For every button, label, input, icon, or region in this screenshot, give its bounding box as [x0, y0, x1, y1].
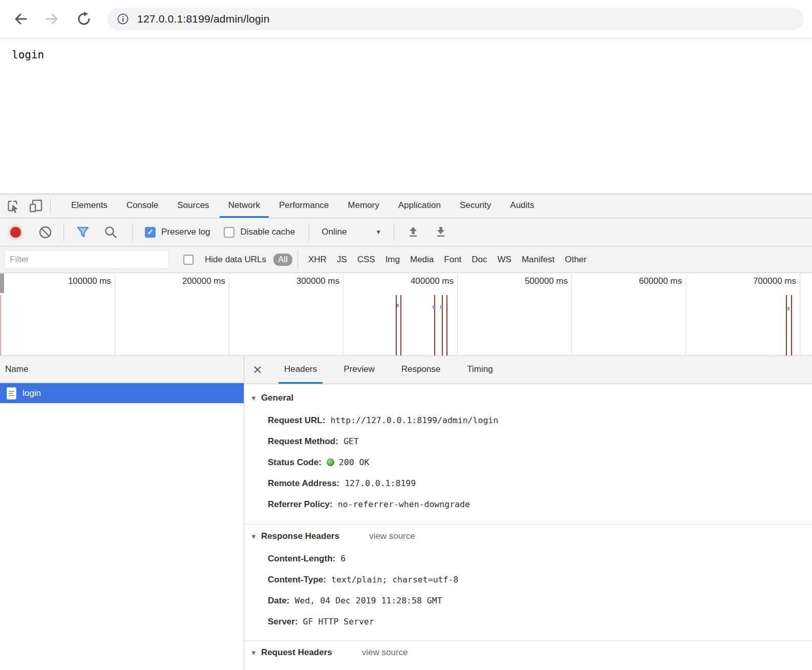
- triangle-down-icon: ▼: [250, 394, 257, 402]
- request-name: login: [23, 388, 41, 399]
- filter-type-xhr[interactable]: XHR: [308, 255, 327, 265]
- timeline-request-tick: [787, 307, 789, 310]
- url-bar[interactable]: 127.0.0.1:8199/admin/login: [108, 8, 804, 30]
- record-icon[interactable]: [10, 227, 21, 238]
- filter-type-media[interactable]: Media: [410, 255, 434, 265]
- page-body-text: login: [12, 49, 44, 61]
- divider: [297, 251, 298, 268]
- disable-cache-checkbox[interactable]: [224, 227, 234, 238]
- timeline-request-tick: [433, 305, 435, 309]
- detail-tabbar: ✕ Headers Preview Response Timing: [244, 356, 812, 384]
- request-details-panel: ✕ Headers Preview Response Timing ▼ Gene…: [244, 356, 812, 670]
- filter-type-all[interactable]: All: [273, 254, 292, 266]
- header-row-remote-address: Remote Address: 127.0.0.1:8199: [244, 473, 812, 494]
- header-row-referrer-policy: Referrer Policy: no-referrer-when-downgr…: [244, 494, 812, 515]
- header-row-request-method: Request Method: GET: [244, 431, 812, 452]
- network-overview[interactable]: 100000 ms 200000 ms 300000 ms 400000 ms …: [0, 273, 812, 356]
- export-har-icon[interactable]: [434, 225, 447, 239]
- tab-memory[interactable]: Memory: [339, 194, 388, 218]
- filter-type-img[interactable]: Img: [386, 255, 400, 265]
- detail-tab-preview[interactable]: Preview: [338, 356, 380, 384]
- browser-toolbar: 127.0.0.1:8199/admin/login: [0, 0, 812, 38]
- filter-type-doc[interactable]: Doc: [472, 255, 487, 265]
- requests-panel: Name login: [0, 356, 244, 670]
- timeline-event-line: [442, 295, 443, 355]
- request-headers-section-header[interactable]: ▼ Request Headers view source: [244, 647, 812, 658]
- chevron-down-icon: ▼: [375, 228, 381, 236]
- timeline-tick: 300000 ms: [229, 273, 344, 355]
- import-har-icon[interactable]: [407, 225, 420, 239]
- forward-icon[interactable]: [44, 11, 60, 27]
- section-divider: [244, 524, 812, 525]
- throttling-dropdown[interactable]: Online ▼: [322, 227, 381, 237]
- page-info-icon[interactable]: [117, 13, 129, 25]
- filter-type-js[interactable]: JS: [337, 255, 347, 265]
- timeline-tick: 600000 ms: [572, 273, 686, 355]
- header-row-content-type: Content-Type: text/plain; charset=utf-8: [244, 569, 812, 590]
- preserve-log-label: Preserve log: [161, 227, 210, 237]
- timeline-request-tick: [397, 304, 399, 307]
- preserve-log-checkbox[interactable]: ✓: [145, 227, 156, 238]
- timeline-tick: 700000 ms: [686, 273, 800, 355]
- tab-elements[interactable]: Elements: [62, 194, 116, 218]
- triangle-down-icon: ▼: [250, 533, 257, 540]
- document-icon: [7, 387, 16, 400]
- timeline-event-line: [446, 295, 447, 355]
- divider: [132, 223, 133, 241]
- header-row-content-length: Content-Length: 6: [244, 548, 812, 569]
- filter-type-font[interactable]: Font: [444, 255, 461, 265]
- timeline-event-line: [434, 295, 435, 355]
- general-section-header[interactable]: ▼ General: [244, 392, 812, 404]
- request-headers-view-source-link[interactable]: view source: [362, 647, 408, 658]
- reload-icon[interactable]: [76, 11, 92, 27]
- response-headers-view-source-link[interactable]: view source: [369, 531, 415, 541]
- filter-type-ws[interactable]: WS: [498, 255, 511, 265]
- tab-security[interactable]: Security: [451, 194, 500, 218]
- search-icon[interactable]: [104, 225, 118, 239]
- network-toolbar: ✓ Preserve log Disable cache Online ▼: [0, 218, 812, 246]
- response-headers-section-header[interactable]: ▼ Response Headers view source: [244, 531, 812, 542]
- filter-input[interactable]: [4, 250, 169, 269]
- detail-tab-headers[interactable]: Headers: [279, 356, 323, 384]
- timeline-event-line: [400, 295, 401, 355]
- clear-icon[interactable]: [38, 225, 52, 239]
- hide-data-urls-label: Hide data URLs: [205, 255, 266, 265]
- filter-type-other[interactable]: Other: [565, 255, 587, 265]
- headers-pane: ▼ General Request URL: http://127.0.0.1:…: [244, 384, 812, 658]
- filter-icon[interactable]: [76, 225, 90, 239]
- tab-console[interactable]: Console: [118, 194, 167, 218]
- filter-type-manifest[interactable]: Manifest: [522, 255, 554, 265]
- detail-tab-response[interactable]: Response: [396, 356, 446, 384]
- back-icon[interactable]: [12, 11, 29, 27]
- close-icon[interactable]: ✕: [244, 356, 271, 384]
- divider: [394, 223, 394, 241]
- network-filter-row: Hide data URLs All XHR JS CSS Img Media …: [0, 246, 812, 273]
- triangle-down-icon: ▼: [250, 649, 257, 657]
- timeline-tick: 500000 ms: [458, 273, 572, 355]
- timeline-tick: 100000 ms: [1, 273, 115, 355]
- timeline-event-line: [786, 295, 787, 355]
- status-ok-icon: [327, 458, 334, 466]
- tab-audits[interactable]: Audits: [501, 194, 543, 218]
- device-toolbar-icon[interactable]: [25, 194, 47, 218]
- tab-application[interactable]: Application: [390, 194, 450, 218]
- divider: [63, 223, 64, 241]
- divider: [50, 199, 51, 213]
- tab-performance[interactable]: Performance: [270, 194, 337, 218]
- detail-tab-timing[interactable]: Timing: [461, 356, 498, 384]
- url-text[interactable]: 127.0.0.1:8199/admin/login: [137, 13, 270, 25]
- inspect-element-icon[interactable]: [2, 194, 25, 218]
- page-content: login: [0, 38, 812, 194]
- header-row-request-url: Request URL: http://127.0.0.1:8199/admin…: [244, 410, 812, 431]
- tab-sources[interactable]: Sources: [168, 194, 218, 218]
- divider: [309, 223, 309, 241]
- hide-data-urls-checkbox[interactable]: [183, 255, 194, 265]
- tab-network[interactable]: Network: [220, 194, 269, 218]
- section-divider: [244, 640, 812, 641]
- header-row-date: Date: Wed, 04 Dec 2019 11:28:58 GMT: [244, 590, 812, 611]
- timeline-tick: 200000 ms: [115, 273, 229, 355]
- timeline-event-line-faint: [0, 295, 1, 355]
- name-column-header[interactable]: Name: [0, 356, 244, 383]
- request-row-login[interactable]: login: [0, 383, 244, 403]
- filter-type-css[interactable]: CSS: [357, 255, 375, 265]
